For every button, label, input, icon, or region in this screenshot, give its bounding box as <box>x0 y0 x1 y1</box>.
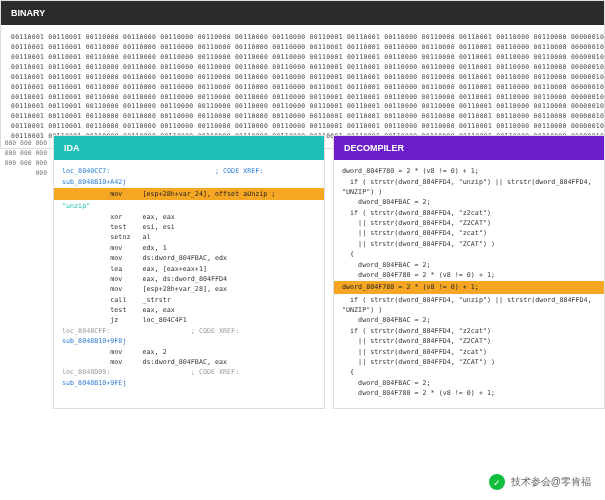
code-line[interactable]: "UNZIP") ) <box>342 187 596 197</box>
watermark-label: 技术参会@零肯福 <box>511 475 591 489</box>
code-line[interactable]: xor eax, eax <box>62 212 316 222</box>
code-line[interactable]: loc_8048D09: ; CODE XREF: <box>62 367 316 377</box>
code-line[interactable]: dword_804FBAC = 2; <box>342 315 596 325</box>
code-line[interactable]: mov [esp+28h+var_24], offset aUnzip ; <box>54 188 324 200</box>
ida-header: IDA <box>54 136 324 160</box>
main-window: BINARY 00110001 00110001 00110000 001100… <box>0 0 605 409</box>
decompiler-header: DECOMPILER <box>334 136 604 160</box>
code-line[interactable]: if ( strstr(dword_804FFD4, "z2cat") <box>342 326 596 336</box>
code-line[interactable]: || strstr(dword_804FFD4, "zcat") <box>342 347 596 357</box>
code-line[interactable]: sub_8048B10+9FEj <box>62 378 316 388</box>
binary-body: 00110001 00110001 00110000 00110000 0011… <box>1 25 604 148</box>
code-line[interactable]: jz loc_804C4F1 <box>62 315 316 325</box>
code-line[interactable]: mov eax, 2 <box>62 347 316 357</box>
code-line[interactable]: sub_8048B10+9F8j <box>62 336 316 346</box>
code-line[interactable]: || strstr(dword_804FFD4, "zcat") <box>342 228 596 238</box>
watermark: ✓ 技术参会@零肯福 <box>483 472 597 492</box>
code-line[interactable]: test esi, esi <box>62 222 316 232</box>
code-line[interactable]: { <box>342 367 596 377</box>
code-line[interactable]: mov ds:dword_804FBAC, edx <box>62 253 316 263</box>
decompiler-code[interactable]: dword_804F780 = 2 * (v8 != 0) + 1; if ( … <box>334 160 604 408</box>
code-line[interactable]: call _strstr <box>62 295 316 305</box>
code-line[interactable]: mov [esp+28h+var_28], eax <box>62 284 316 294</box>
code-line[interactable]: dword_804FBAC = 2; <box>342 378 596 388</box>
code-line[interactable]: "unzip" <box>62 201 316 211</box>
code-line[interactable]: dword_804F780 = 2 * (v8 != 0) + 1; <box>342 270 596 280</box>
code-line[interactable]: || strstr(dword_804FFD4, "ZCAT") ) <box>342 357 596 367</box>
lower-row: 000 000 000 000 000 000 000 000 000 000 … <box>0 135 605 409</box>
code-line[interactable]: sub_8048B10+A42j <box>62 177 316 187</box>
binary-header: BINARY <box>1 1 604 25</box>
code-line[interactable]: { <box>342 249 596 259</box>
code-line[interactable]: || strstr(dword_804FFD4, "Z2CAT") <box>342 336 596 346</box>
code-line[interactable]: if ( strstr(dword_804FFD4, "unzip") || s… <box>342 177 596 187</box>
code-line[interactable]: dword_804FBAC = 2; <box>342 197 596 207</box>
code-line[interactable]: if ( strstr(dword_804FFD4, "z2cat") <box>342 208 596 218</box>
code-line[interactable]: test eax, eax <box>62 305 316 315</box>
ida-panel: IDA loc_8040CC7: ; CODE XREF:sub_8048B10… <box>53 135 325 409</box>
code-line[interactable]: mov edx, 1 <box>62 243 316 253</box>
code-line[interactable]: "UNZIP") ) <box>342 305 596 315</box>
code-line[interactable]: || strstr(dword_804FFD4, "ZCAT") ) <box>342 239 596 249</box>
code-line[interactable]: dword_804F780 = 2 * (v8 != 0) + 1; <box>334 281 604 293</box>
binary-panel: BINARY 00110001 00110001 00110000 001100… <box>0 0 605 149</box>
code-line[interactable]: loc_8040CC7: ; CODE XREF: <box>62 166 316 176</box>
code-line[interactable]: lea eax, [eax+eax+1] <box>62 264 316 274</box>
code-line[interactable]: || strstr(dword_804FFD4, "Z2CAT") <box>342 218 596 228</box>
code-line[interactable]: mov eax, ds:dword_804FFD4 <box>62 274 316 284</box>
code-line[interactable]: loc_8048CFF: ; CODE XREF: <box>62 326 316 336</box>
binary-gutter: 000 000 000 000 000 000 000 000 000 000 <box>0 135 47 409</box>
code-line[interactable]: dword_804F780 = 2 * (v8 != 0) + 1; <box>342 388 596 398</box>
wechat-icon: ✓ <box>489 474 505 490</box>
decompiler-panel: DECOMPILER dword_804F780 = 2 * (v8 != 0)… <box>333 135 605 409</box>
code-line[interactable]: if ( strstr(dword_804FFD4, "unzip") || s… <box>342 295 596 305</box>
code-line[interactable]: setnz al <box>62 232 316 242</box>
code-line[interactable]: dword_804F780 = 2 * (v8 != 0) + 1; <box>342 166 596 176</box>
code-line[interactable]: mov ds:dword_804FBAC, eax <box>62 357 316 367</box>
ida-code[interactable]: loc_8040CC7: ; CODE XREF:sub_8048B10+A42… <box>54 160 324 398</box>
code-line[interactable]: dword_804FBAC = 2; <box>342 260 596 270</box>
